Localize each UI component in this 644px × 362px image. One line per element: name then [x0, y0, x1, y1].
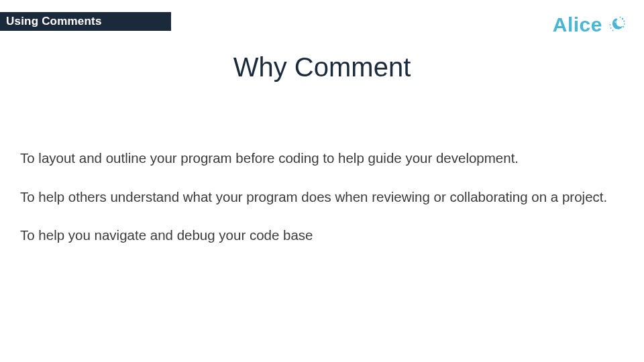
svg-point-2	[624, 23, 625, 25]
slide-container: Using Comments Alice Why Comment	[0, 0, 644, 362]
svg-point-3	[623, 26, 625, 27]
topic-bar: Using Comments	[0, 12, 171, 31]
svg-point-5	[610, 27, 612, 29]
brand-logo: Alice	[553, 13, 627, 36]
bullet-2: To help others understand what your prog…	[20, 188, 624, 206]
brand-name: Alice	[553, 13, 602, 36]
svg-point-0	[622, 18, 623, 19]
svg-point-8	[614, 21, 616, 23]
bullet-1: To layout and outline your program befor…	[20, 149, 624, 168]
topic-label: Using Comments	[6, 15, 102, 28]
slide-body: To layout and outline your program befor…	[20, 149, 624, 265]
brand-bird-icon	[606, 15, 627, 35]
bullet-3: To help you navigate and debug your code…	[20, 226, 624, 245]
svg-point-6	[612, 30, 614, 32]
slide-title: Why Comment	[0, 52, 644, 82]
svg-point-1	[623, 21, 625, 22]
svg-point-4	[610, 24, 611, 25]
svg-point-7	[620, 17, 621, 18]
